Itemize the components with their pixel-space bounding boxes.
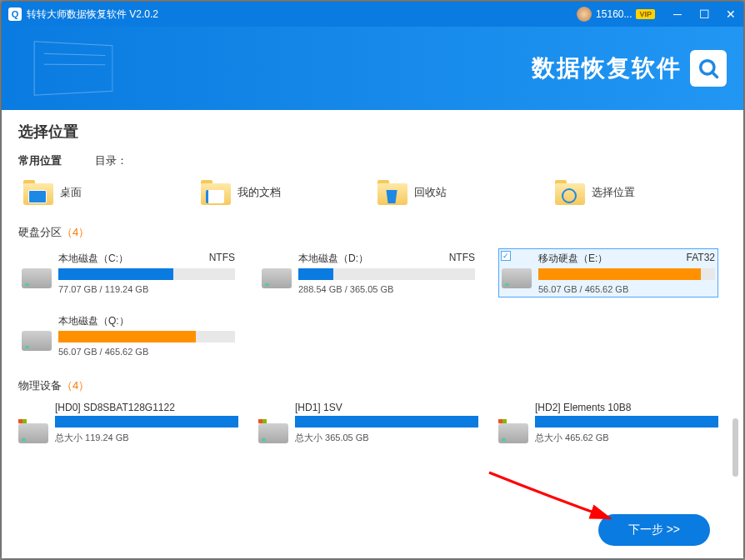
hdd-icon [258, 413, 288, 440]
common-item-desktop[interactable]: 桌面 [18, 175, 196, 210]
scrollbar-thumb[interactable] [732, 418, 738, 477]
drive-size: 77.07 GB / 119.24 GB [58, 284, 235, 294]
hdd-icon [18, 413, 48, 440]
close-button[interactable]: ✕ [725, 8, 737, 21]
common-locations-header: 常用位置 目录： [18, 153, 727, 168]
hdd-icon [22, 263, 52, 290]
page-heading: 选择位置 [18, 122, 727, 142]
partition-card[interactable]: 本地磁盘（Q:）56.07 GB / 465.62 GB [18, 311, 238, 360]
app-title: 转转大师数据恢复软件 V2.0.2 [27, 8, 577, 22]
physical-info: [HD2] Elements 10B8总大小 465.62 GB [535, 402, 718, 444]
common-item-label: 选择位置 [592, 185, 635, 200]
titlebar: Q 转转大师数据恢复软件 V2.0.2 15160... VIP ─ ☐ ✕ [2, 2, 743, 27]
usage-bar [58, 331, 235, 342]
physical-info: [HD0] SD8SBAT128G1122总大小 119.24 GB [55, 402, 238, 444]
physical-size: 总大小 119.24 GB [55, 432, 238, 444]
partitions-header: 硬盘分区（4） [18, 225, 727, 240]
hdd-icon [22, 326, 52, 352]
app-logo-icon: Q [8, 8, 22, 21]
physical-size: 总大小 365.05 GB [295, 432, 478, 444]
drive-size: 288.54 GB / 365.05 GB [298, 284, 475, 294]
common-item-label: 桌面 [60, 185, 82, 200]
hdd-icon [498, 413, 528, 440]
common-item-browse[interactable]: 选择位置 [550, 175, 728, 210]
hdd-icon [262, 263, 292, 290]
physical-bar [55, 416, 238, 428]
drive-fs: NTFS [209, 252, 235, 266]
checkmark-icon: ✓ [501, 251, 511, 261]
physical-grid: [HD0] SD8SBAT128G1122总大小 119.24 GB[HD1] … [18, 402, 727, 444]
next-button[interactable]: 下一步 >> [598, 514, 710, 546]
banner-logo-icon [690, 50, 727, 87]
minimize-button[interactable]: ─ [672, 8, 683, 21]
vip-badge: VIP [636, 9, 655, 19]
physical-card[interactable]: [HD1] 1SV总大小 365.05 GB [258, 402, 478, 444]
common-locations-row: 桌面 我的文档 回收站 选择位置 [18, 175, 727, 210]
common-item-recycle[interactable]: 回收站 [372, 175, 550, 210]
drive-fs: NTFS [449, 252, 475, 266]
drive-info: 本地磁盘（C:）NTFS77.07 GB / 119.24 GB [58, 252, 235, 294]
physical-size: 总大小 465.62 GB [535, 432, 718, 444]
partitions-label: 硬盘分区 [18, 226, 62, 238]
partition-card[interactable]: 本地磁盘（C:）NTFS77.07 GB / 119.24 GB [18, 248, 238, 298]
maximize-button[interactable]: ☐ [698, 8, 710, 21]
physical-count: （4） [62, 379, 89, 392]
common-locations-label: 常用位置 [18, 153, 62, 168]
content-area: 选择位置 常用位置 目录： 桌面 我的文档 回收站 选择位置 [2, 110, 743, 502]
folder-recycle-icon [378, 180, 408, 205]
username: 15160... [596, 8, 632, 20]
drive-info: 本地磁盘（Q:）56.07 GB / 465.62 GB [58, 314, 235, 357]
physical-bar [295, 416, 478, 428]
usage-bar [538, 268, 715, 280]
physical-bar [535, 416, 718, 428]
windows-flag-icon [498, 412, 508, 418]
physical-card[interactable]: [HD2] Elements 10B8总大小 465.62 GB [498, 402, 718, 444]
partition-card[interactable]: 本地磁盘（D:）NTFS288.54 GB / 365.05 GB [258, 248, 478, 298]
user-info[interactable]: 15160... VIP [577, 7, 655, 22]
partitions-grid: 本地磁盘（C:）NTFS77.07 GB / 119.24 GB本地磁盘（D:）… [18, 248, 727, 360]
common-item-documents[interactable]: 我的文档 [196, 175, 373, 210]
banner-decoration-icon [34, 41, 113, 96]
avatar-icon [577, 7, 592, 22]
banner-title: 数据恢复软件 [532, 52, 682, 84]
drive-name: 本地磁盘（C:） [58, 252, 128, 266]
hdd-icon [502, 263, 532, 290]
physical-name: [HD2] Elements 10B8 [535, 402, 718, 413]
physical-info: [HD1] 1SV总大小 365.05 GB [295, 402, 478, 444]
drive-name: 移动硬盘（E:） [538, 252, 608, 266]
physical-name: [HD1] 1SV [295, 402, 478, 413]
usage-bar [58, 268, 235, 280]
windows-flag-icon [258, 412, 268, 418]
svg-line-1 [712, 72, 718, 78]
physical-name: [HD0] SD8SBAT128G1122 [55, 402, 238, 413]
usage-bar [298, 268, 475, 280]
footer: 下一步 >> [2, 502, 743, 558]
windows-flag-icon [18, 412, 28, 418]
physical-header: 物理设备（4） [18, 378, 727, 393]
common-item-label: 回收站 [414, 185, 447, 200]
folder-documents-icon [201, 180, 231, 205]
partitions-count: （4） [62, 226, 89, 238]
drive-name: 本地磁盘（D:） [298, 252, 368, 266]
directory-label: 目录： [95, 153, 128, 168]
drive-info: 本地磁盘（D:）NTFS288.54 GB / 365.05 GB [298, 252, 475, 294]
drive-size: 56.07 GB / 465.62 GB [58, 347, 235, 357]
header-banner: 数据恢复软件 [2, 27, 743, 110]
drive-name: 本地磁盘（Q:） [58, 314, 129, 328]
folder-browse-icon [555, 180, 585, 205]
partition-card[interactable]: ✓移动硬盘（E:）FAT3256.07 GB / 465.62 GB [498, 248, 718, 298]
physical-card[interactable]: [HD0] SD8SBAT128G1122总大小 119.24 GB [18, 402, 238, 444]
physical-label: 物理设备 [18, 379, 62, 392]
folder-desktop-icon [23, 180, 53, 205]
drive-info: 移动硬盘（E:）FAT3256.07 GB / 465.62 GB [538, 252, 715, 294]
drive-size: 56.07 GB / 465.62 GB [538, 284, 715, 294]
drive-fs: FAT32 [687, 252, 715, 266]
window-controls: ─ ☐ ✕ [672, 8, 737, 21]
common-item-label: 我的文档 [238, 185, 281, 200]
